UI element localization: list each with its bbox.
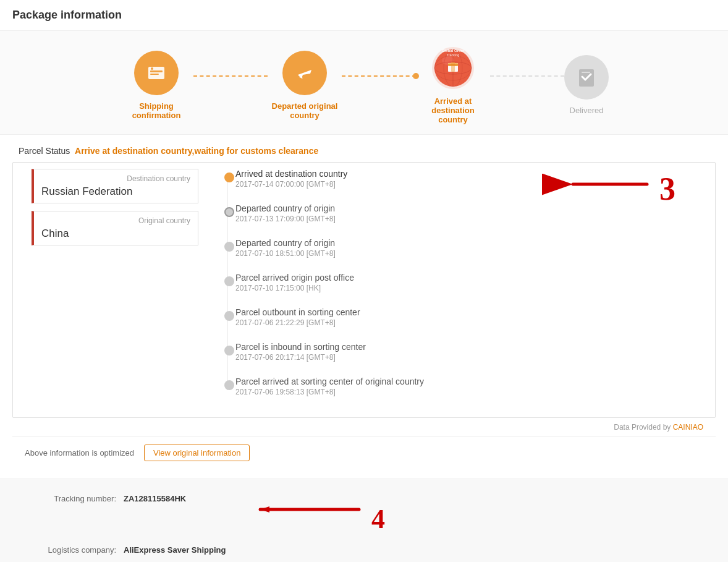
destination-label: Destination country bbox=[41, 174, 190, 183]
timeline-event-5: Parcel outbount in sorting center 2017-0… bbox=[235, 307, 696, 327]
tracking-arrow-annotation: 4 bbox=[223, 494, 421, 539]
origin-value: China bbox=[41, 228, 190, 240]
event-7-title: Parcel arrived at sorting center of orig… bbox=[235, 377, 696, 386]
event-5-title: Parcel outbount in sorting center bbox=[235, 307, 696, 317]
event-2-title: Departed country of origin bbox=[235, 203, 696, 213]
svg-text:Tracking: Tracking bbox=[447, 53, 460, 57]
left-panel: Destination country Russian Federation O… bbox=[32, 169, 211, 411]
svg-text:Global Order: Global Order bbox=[442, 49, 465, 53]
svg-text:4: 4 bbox=[371, 504, 385, 534]
tracking-footer: Tracking number: ZA128115584HK 4 Logisti… bbox=[0, 479, 728, 562]
event-6-time: 2017-07-06 20:17:14 [GMT+8] bbox=[235, 353, 696, 362]
svg-rect-2 bbox=[150, 74, 159, 75]
right-panel: Arrived at destination country 2017-07-1… bbox=[211, 169, 696, 411]
step-delivered-icon bbox=[564, 55, 609, 100]
tracking-number-row: Tracking number: ZA128115584HK 4 bbox=[25, 494, 703, 539]
timeline-event-3: Departed country of origin 2017-07-10 18… bbox=[235, 238, 696, 258]
timeline: Arrived at destination country 2017-07-1… bbox=[223, 169, 696, 396]
tracking-number-value: ZA128115584HK bbox=[124, 494, 186, 539]
timeline-event-4: Parcel arrived origin post office 2017-0… bbox=[235, 273, 696, 292]
svg-marker-21 bbox=[260, 506, 269, 513]
page-title: Package information bbox=[0, 0, 728, 31]
timeline-event-7: Parcel arrived at sorting center of orig… bbox=[235, 377, 696, 396]
parcel-status-section: Parcel Status Arrive at destination coun… bbox=[0, 135, 728, 162]
step-departed-icon bbox=[282, 51, 327, 95]
step-arrived: Global Order Tracking Arrived at destina… bbox=[416, 46, 490, 124]
event-6-title: Parcel is inbound in sorting center bbox=[235, 342, 696, 352]
svg-rect-13 bbox=[451, 62, 455, 72]
event-2-time: 2017-07-13 17:09:00 [GMT+8] bbox=[235, 215, 696, 223]
svg-rect-14 bbox=[448, 64, 458, 66]
event-1-time: 2017-07-14 07:00:00 [GMT+8] bbox=[235, 180, 696, 189]
tracking-company-label: Logistics company: bbox=[25, 545, 124, 555]
progress-tracker: Shipping confirmation Departed original … bbox=[0, 31, 728, 135]
event-3-title: Departed country of origin bbox=[235, 238, 696, 248]
destination-value: Russian Federation bbox=[41, 185, 190, 198]
connector-2 bbox=[342, 75, 416, 77]
tracking-company-value: AliExpress Saver Shipping bbox=[124, 545, 226, 555]
event-5-time: 2017-07-06 21:22:29 [GMT+8] bbox=[235, 318, 696, 327]
main-content: Destination country Russian Federation O… bbox=[12, 162, 716, 418]
timeline-event-1: Arrived at destination country 2017-07-1… bbox=[235, 169, 696, 189]
svg-rect-18 bbox=[582, 72, 590, 73]
event-4-title: Parcel arrived origin post office bbox=[235, 273, 696, 283]
event-4-time: 2017-07-10 17:15:00 [HK] bbox=[235, 284, 696, 292]
svg-rect-0 bbox=[148, 67, 164, 79]
tracking-company-row: Logistics company: AliExpress Saver Ship… bbox=[25, 545, 703, 555]
parcel-status-value: Arrive at destination country,waiting fo… bbox=[75, 146, 318, 156]
connector-1 bbox=[193, 75, 268, 77]
view-original-button[interactable]: View original information bbox=[144, 445, 250, 461]
data-provider: Data Provided by CAINIAO bbox=[12, 418, 716, 436]
step-arrived-icon: Global Order Tracking bbox=[431, 46, 475, 90]
parcel-status-label: Parcel Status bbox=[19, 146, 70, 156]
origin-label: Original country bbox=[41, 216, 190, 225]
step-delivered: Delivered bbox=[564, 55, 609, 115]
step-delivered-label: Delivered bbox=[570, 106, 604, 115]
event-1-title: Arrived at destination country bbox=[235, 169, 696, 179]
event-7-time: 2017-07-06 19:58:13 [GMT+8] bbox=[235, 388, 696, 396]
tracking-number-label: Tracking number: bbox=[25, 494, 124, 539]
destination-card: Destination country Russian Federation bbox=[32, 169, 198, 203]
step-departed: Departed original country bbox=[268, 51, 342, 120]
step-shipping-label: Shipping confirmation bbox=[119, 101, 193, 120]
event-3-time: 2017-07-10 18:51:00 [GMT+8] bbox=[235, 249, 696, 258]
info-bar-text: Above information is optimized bbox=[25, 448, 134, 458]
step-shipping: Shipping confirmation bbox=[119, 51, 193, 120]
timeline-event-2: Departed country of origin 2017-07-13 17… bbox=[235, 203, 696, 223]
cainiao-link[interactable]: CAINIAO bbox=[673, 423, 703, 432]
step-departed-label: Departed original country bbox=[268, 101, 342, 120]
svg-rect-1 bbox=[150, 70, 163, 72]
step-shipping-icon bbox=[134, 51, 179, 95]
info-bar: Above information is optimized View orig… bbox=[12, 436, 716, 469]
timeline-event-6: Parcel is inbound in sorting center 2017… bbox=[235, 342, 696, 362]
connector-3 bbox=[490, 75, 564, 77]
svg-point-3 bbox=[151, 67, 153, 70]
origin-card: Original country China bbox=[32, 211, 198, 245]
step-arrived-label: Arrived at destination country bbox=[416, 96, 490, 124]
